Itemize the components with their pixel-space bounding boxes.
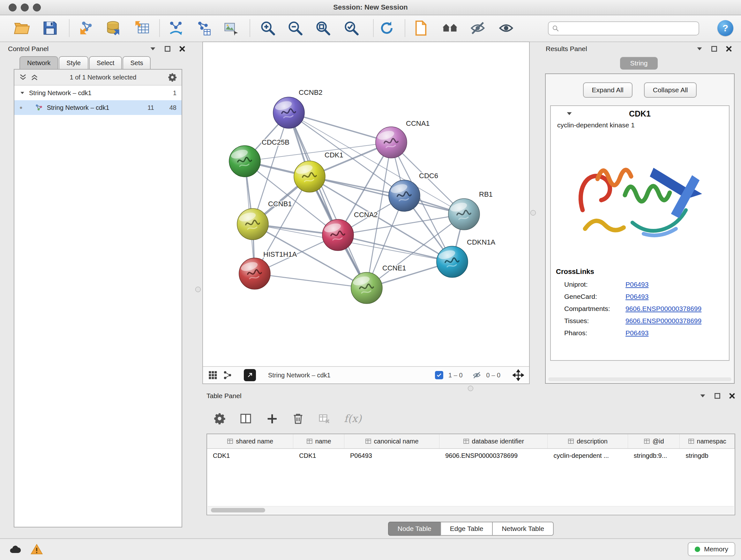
network-node-ccnb2[interactable] bbox=[273, 97, 305, 128]
crosslink-link[interactable]: P06493 bbox=[625, 293, 649, 300]
table-horizontal-scrollbar[interactable] bbox=[208, 506, 734, 514]
crosslink-link[interactable]: P06493 bbox=[625, 281, 649, 288]
column-header-name[interactable]: name bbox=[293, 434, 344, 448]
network-view[interactable]: CCNB2CCNA1CDC25BCDK1CDC6RB1CCNB1CCNA2CDK… bbox=[202, 42, 530, 384]
section-collapse-icon[interactable] bbox=[565, 110, 573, 118]
network-node-ccnb1[interactable] bbox=[237, 208, 268, 240]
crosslink-link[interactable]: 9606.ENSP00000378699 bbox=[625, 305, 701, 313]
annotation-mode-button[interactable] bbox=[244, 369, 256, 381]
hidden-eye-icon[interactable] bbox=[472, 371, 481, 380]
network-node-ccne1[interactable] bbox=[351, 272, 382, 304]
collapse-all-icon[interactable] bbox=[30, 73, 39, 81]
document-icon[interactable] bbox=[413, 20, 429, 37]
add-column-icon[interactable] bbox=[266, 412, 278, 425]
tab-string[interactable]: String bbox=[620, 57, 658, 70]
export-image-icon[interactable] bbox=[223, 20, 239, 37]
crosslink-link[interactable]: P06493 bbox=[625, 329, 649, 337]
import-network-file-icon[interactable] bbox=[77, 20, 94, 37]
table-cell[interactable]: cyclin-dependent ... bbox=[548, 449, 628, 462]
network-collection-row[interactable]: String Network – cdk1 1 bbox=[14, 85, 182, 100]
panel-maximize-icon[interactable] bbox=[714, 392, 721, 400]
network-node-cdkn1a[interactable] bbox=[436, 246, 468, 277]
network-node-cdc25b[interactable] bbox=[229, 145, 260, 177]
column-header-namespac[interactable]: namespac bbox=[680, 434, 735, 448]
close-window-button[interactable] bbox=[9, 3, 17, 11]
network-edge[interactable] bbox=[289, 113, 391, 142]
help-button[interactable]: ? bbox=[718, 20, 733, 36]
crosslink-link[interactable]: 9606.ENSP00000378699 bbox=[625, 317, 701, 325]
zoom-in-icon[interactable] bbox=[259, 20, 276, 37]
results-horizontal-scrollbar[interactable] bbox=[548, 377, 731, 381]
refresh-icon[interactable] bbox=[379, 20, 395, 37]
bottom-splitter-grip[interactable] bbox=[468, 386, 473, 391]
table-cell[interactable]: CDK1 bbox=[293, 449, 344, 462]
panel-float-icon[interactable] bbox=[699, 392, 706, 400]
pan-move-icon[interactable] bbox=[513, 369, 524, 381]
share-view-icon[interactable] bbox=[223, 370, 232, 380]
tab-select[interactable]: Select bbox=[89, 56, 122, 70]
column-header-canonical-name[interactable]: canonical name bbox=[344, 434, 440, 448]
memory-button[interactable]: Memory bbox=[688, 542, 735, 556]
right-splitter-grip[interactable] bbox=[530, 210, 536, 215]
show-columns-icon[interactable] bbox=[239, 412, 252, 425]
search-box[interactable] bbox=[548, 21, 699, 36]
delete-table-icon[interactable] bbox=[318, 412, 331, 425]
zoom-selected-icon[interactable] bbox=[343, 20, 360, 37]
table-settings-gear-icon[interactable] bbox=[213, 412, 226, 425]
function-builder-icon[interactable]: f(x) bbox=[344, 413, 361, 425]
network-node-hist1h1a[interactable] bbox=[239, 258, 270, 289]
tab-node-table[interactable]: Node Table bbox=[388, 522, 441, 536]
table-row[interactable]: CDK1CDK1P064939606.ENSP00000378699cyclin… bbox=[207, 449, 735, 462]
tab-network-table[interactable]: Network Table bbox=[492, 522, 554, 536]
network-edge[interactable] bbox=[289, 113, 367, 288]
grid-view-icon[interactable] bbox=[208, 370, 218, 380]
gear-icon[interactable] bbox=[167, 72, 177, 82]
network-canvas[interactable]: CCNB2CCNA1CDC25BCDK1CDC6RB1CCNB1CCNA2CDK… bbox=[203, 42, 529, 366]
tab-style[interactable]: Style bbox=[59, 56, 88, 70]
network-node-ccna1[interactable] bbox=[376, 127, 407, 158]
open-session-icon[interactable] bbox=[13, 20, 30, 37]
hide-eye-icon[interactable] bbox=[469, 20, 486, 37]
show-eye-icon[interactable] bbox=[498, 20, 515, 37]
selection-checkbox[interactable] bbox=[435, 371, 443, 379]
tab-edge-table[interactable]: Edge Table bbox=[441, 522, 493, 536]
network-edge[interactable] bbox=[255, 273, 367, 288]
zoom-window-button[interactable] bbox=[33, 3, 41, 11]
network-node-rb1[interactable] bbox=[448, 199, 480, 230]
panel-maximize-icon[interactable] bbox=[164, 45, 172, 53]
panel-maximize-icon[interactable] bbox=[711, 45, 718, 53]
column-header-shared-name[interactable]: shared name bbox=[207, 434, 293, 448]
warning-icon[interactable] bbox=[30, 543, 44, 556]
expand-all-button[interactable]: Expand All bbox=[583, 82, 632, 98]
table-cell[interactable]: 9606.ENSP00000378699 bbox=[440, 449, 548, 462]
column-header-description[interactable]: description bbox=[548, 434, 628, 448]
panel-float-icon[interactable] bbox=[149, 45, 157, 53]
zoom-fit-icon[interactable] bbox=[315, 20, 331, 37]
tab-sets[interactable]: Sets bbox=[123, 56, 151, 70]
panel-float-icon[interactable] bbox=[696, 45, 703, 53]
table-cell[interactable]: stringdb:9... bbox=[628, 449, 680, 462]
minimize-window-button[interactable] bbox=[21, 3, 29, 11]
panel-close-icon[interactable] bbox=[179, 45, 186, 53]
column-header-@id[interactable]: @id bbox=[628, 434, 680, 448]
network-node-ccna2[interactable] bbox=[322, 219, 354, 251]
left-splitter-grip[interactable] bbox=[195, 287, 201, 292]
homes-icon[interactable] bbox=[442, 20, 459, 37]
network-node-cdc6[interactable] bbox=[389, 180, 420, 211]
column-header-database-identifier[interactable]: database identifier bbox=[440, 434, 548, 448]
search-input[interactable] bbox=[559, 24, 695, 33]
network-node-cdk1[interactable] bbox=[294, 161, 325, 192]
scrollbar-thumb[interactable] bbox=[211, 508, 265, 512]
network-from-table-icon[interactable] bbox=[195, 20, 212, 37]
zoom-out-icon[interactable] bbox=[287, 20, 304, 37]
delete-column-icon[interactable] bbox=[292, 412, 305, 425]
table-cell[interactable]: CDK1 bbox=[207, 449, 293, 462]
table-cell[interactable]: stringdb bbox=[680, 449, 735, 462]
import-table-icon[interactable] bbox=[134, 20, 151, 37]
network-edge[interactable] bbox=[310, 177, 464, 214]
panel-close-icon[interactable] bbox=[725, 45, 733, 53]
collapse-all-button[interactable]: Collapse All bbox=[644, 82, 697, 98]
clone-network-icon[interactable] bbox=[167, 20, 184, 37]
tree-expander-icon[interactable] bbox=[19, 90, 25, 96]
table-cell[interactable]: P06493 bbox=[344, 449, 440, 462]
